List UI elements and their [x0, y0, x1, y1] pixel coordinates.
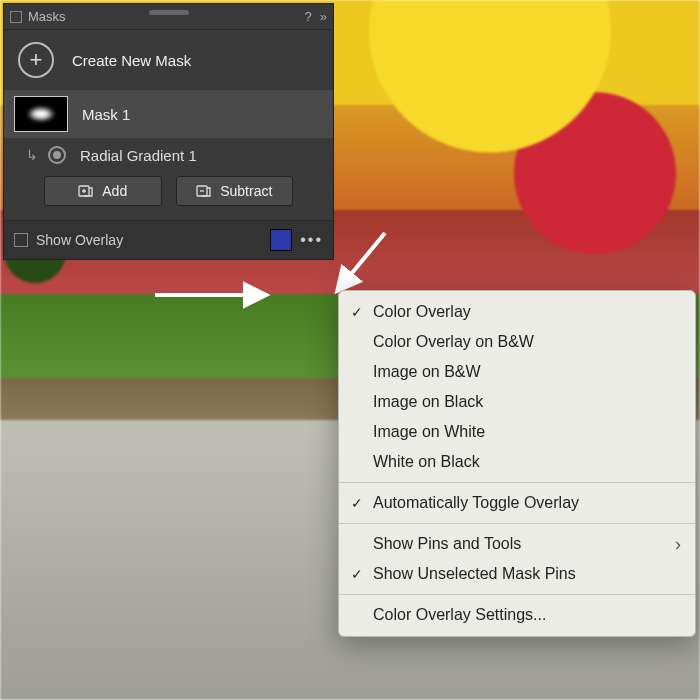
menu-item-label: Show Unselected Mask Pins: [373, 565, 576, 583]
overlay-color-swatch[interactable]: [270, 229, 292, 251]
menu-separator: [339, 523, 695, 524]
menu-separator: [339, 594, 695, 595]
collapse-icon[interactable]: »: [320, 9, 327, 24]
panel-footer: Show Overlay •••: [4, 220, 333, 259]
add-button[interactable]: Add: [44, 176, 162, 206]
create-mask-row[interactable]: + Create New Mask: [4, 30, 333, 90]
panel-title: Masks: [28, 9, 66, 24]
menu-item-label: Color Overlay on B&W: [373, 333, 534, 351]
menu-color-overlay-bw[interactable]: Color Overlay on B&W: [339, 327, 695, 357]
mask-component-row[interactable]: ↳ Radial Gradient 1: [4, 138, 333, 168]
menu-item-label: Image on White: [373, 423, 485, 441]
menu-color-overlay[interactable]: ✓ Color Overlay: [339, 297, 695, 327]
menu-image-white[interactable]: Image on White: [339, 417, 695, 447]
menu-overlay-settings[interactable]: Color Overlay Settings...: [339, 600, 695, 630]
subtract-mask-icon: [196, 183, 212, 199]
check-icon: ✓: [351, 566, 363, 582]
mask-name: Mask 1: [82, 106, 130, 123]
menu-image-bw[interactable]: Image on B&W: [339, 357, 695, 387]
add-mask-icon: [78, 183, 94, 199]
overlay-options-button[interactable]: •••: [300, 231, 323, 249]
menu-item-label: Show Pins and Tools: [373, 535, 521, 553]
menu-item-label: White on Black: [373, 453, 480, 471]
component-name: Radial Gradient 1: [80, 147, 197, 164]
add-button-label: Add: [102, 183, 127, 199]
menu-separator: [339, 482, 695, 483]
menu-item-label: Color Overlay: [373, 303, 471, 321]
show-overlay-checkbox[interactable]: [14, 233, 28, 247]
radial-gradient-icon: [48, 146, 66, 164]
menu-item-label: Image on Black: [373, 393, 483, 411]
menu-show-unselected[interactable]: ✓ Show Unselected Mask Pins: [339, 559, 695, 589]
menu-image-black[interactable]: Image on Black: [339, 387, 695, 417]
menu-item-label: Image on B&W: [373, 363, 481, 381]
menu-auto-toggle[interactable]: ✓ Automatically Toggle Overlay: [339, 488, 695, 518]
check-icon: ✓: [351, 495, 363, 511]
mask-thumbnail[interactable]: [14, 96, 68, 132]
overlay-context-menu: ✓ Color Overlay Color Overlay on B&W Ima…: [338, 290, 696, 637]
menu-show-pins[interactable]: Show Pins and Tools: [339, 529, 695, 559]
menu-white-black[interactable]: White on Black: [339, 447, 695, 477]
panel-drag-handle[interactable]: [149, 10, 189, 15]
create-mask-label: Create New Mask: [72, 52, 191, 69]
menu-item-label: Color Overlay Settings...: [373, 606, 546, 624]
show-overlay-label: Show Overlay: [36, 232, 123, 248]
subtract-button[interactable]: Subtract: [176, 176, 294, 206]
create-mask-button[interactable]: +: [18, 42, 54, 78]
mask-item[interactable]: Mask 1: [4, 90, 333, 138]
check-icon: ✓: [351, 304, 363, 320]
indent-arrow-icon: ↳: [26, 147, 38, 163]
subtract-button-label: Subtract: [220, 183, 272, 199]
panel-header[interactable]: Masks ? »: [4, 4, 333, 30]
menu-item-label: Automatically Toggle Overlay: [373, 494, 579, 512]
masks-panel: Masks ? » + Create New Mask Mask 1 ↳ Rad…: [3, 3, 334, 260]
panel-square-icon: [10, 11, 22, 23]
help-icon[interactable]: ?: [305, 9, 312, 24]
